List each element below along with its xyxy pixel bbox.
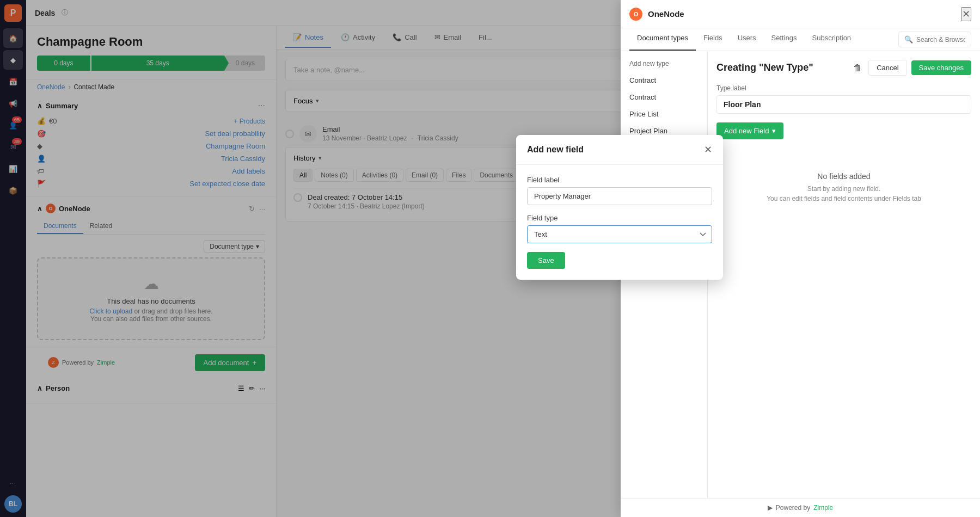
modal-footer: ▶ Powered by Zimple bbox=[621, 498, 980, 517]
no-fields-area: No fields added Start by adding new fiel… bbox=[716, 150, 971, 225]
save-changes-button[interactable]: Save changes bbox=[911, 60, 971, 75]
modal-tabs: Document types Fields Users Settings Sub… bbox=[621, 28, 980, 51]
modal-search-input[interactable] bbox=[916, 36, 965, 44]
cancel-button[interactable]: Cancel bbox=[868, 60, 906, 76]
add-new-field-button[interactable]: Add new Field ▾ bbox=[716, 122, 783, 139]
add-field-close-button[interactable]: ✕ bbox=[704, 144, 712, 156]
modal-overlay: O OneNode ✕ Document types Fields Users … bbox=[0, 0, 980, 517]
field-label-label: Field label bbox=[527, 176, 712, 184]
no-fields-sub1: Start by adding new field. bbox=[727, 184, 960, 194]
modal-tab-users[interactable]: Users bbox=[730, 28, 764, 51]
add-new-type-button[interactable]: Add new type bbox=[621, 56, 707, 72]
add-field-dialog-body: Field label Field type Text Number Date … bbox=[516, 165, 723, 280]
no-fields-sub2: You can edit fields and field contents u… bbox=[727, 194, 960, 204]
save-field-button[interactable]: Save bbox=[527, 252, 565, 269]
powered-by-modal: Powered by bbox=[776, 504, 810, 512]
add-type-label: Add new type bbox=[629, 60, 669, 67]
field-type-group: Field type Text Number Date Dropdown Che… bbox=[527, 214, 712, 243]
modal-logo: O bbox=[629, 8, 642, 21]
modal-main-content: Creating "New Type" 🗑 Cancel Save change… bbox=[708, 51, 980, 498]
field-label-group: Field label bbox=[527, 176, 712, 205]
add-field-dialog: Add new field ✕ Field label Field type T… bbox=[516, 135, 723, 280]
add-field-dialog-title: Add new field bbox=[527, 145, 584, 155]
modal-close-button[interactable]: ✕ bbox=[961, 7, 971, 21]
modal-title: OneNode bbox=[648, 9, 684, 19]
type-label-input[interactable] bbox=[716, 95, 971, 114]
field-type-label: Field type bbox=[527, 214, 712, 222]
add-field-dialog-header: Add new field ✕ bbox=[516, 135, 723, 165]
sidebar-price-list[interactable]: Price List bbox=[621, 106, 707, 122]
modal-tab-fields[interactable]: Fields bbox=[696, 28, 730, 51]
add-field-label: Add new Field bbox=[724, 127, 769, 135]
modal-tab-subscription[interactable]: Subscription bbox=[805, 28, 859, 51]
modal-search-icon: 🔍 bbox=[904, 35, 913, 44]
delete-button[interactable]: 🗑 bbox=[851, 61, 864, 75]
type-label-label: Type label bbox=[716, 84, 971, 92]
field-type-select[interactable]: Text Number Date Dropdown Checkbox bbox=[527, 225, 712, 243]
no-fields-title: No fields added bbox=[727, 172, 960, 181]
modal-tab-settings[interactable]: Settings bbox=[764, 28, 805, 51]
modal-tab-document-types[interactable]: Document types bbox=[629, 28, 696, 51]
modal-powered-zimple: ▶ Powered by Zimple bbox=[768, 504, 833, 512]
play-icon: ▶ bbox=[768, 504, 773, 512]
modal-main-header: Creating "New Type" 🗑 Cancel Save change… bbox=[716, 60, 971, 76]
type-label-section: Type label bbox=[716, 84, 971, 114]
sidebar-contract-1[interactable]: Contract bbox=[621, 72, 707, 89]
sidebar-contract-2[interactable]: Contract bbox=[621, 89, 707, 106]
zimple-modal: Zimple bbox=[813, 504, 833, 512]
creating-title: Creating "New Type" bbox=[716, 62, 847, 73]
field-label-input[interactable] bbox=[527, 187, 712, 205]
modal-header: O OneNode ✕ bbox=[621, 0, 980, 28]
add-field-chevron: ▾ bbox=[772, 127, 776, 135]
modal-search[interactable]: 🔍 bbox=[898, 32, 971, 47]
